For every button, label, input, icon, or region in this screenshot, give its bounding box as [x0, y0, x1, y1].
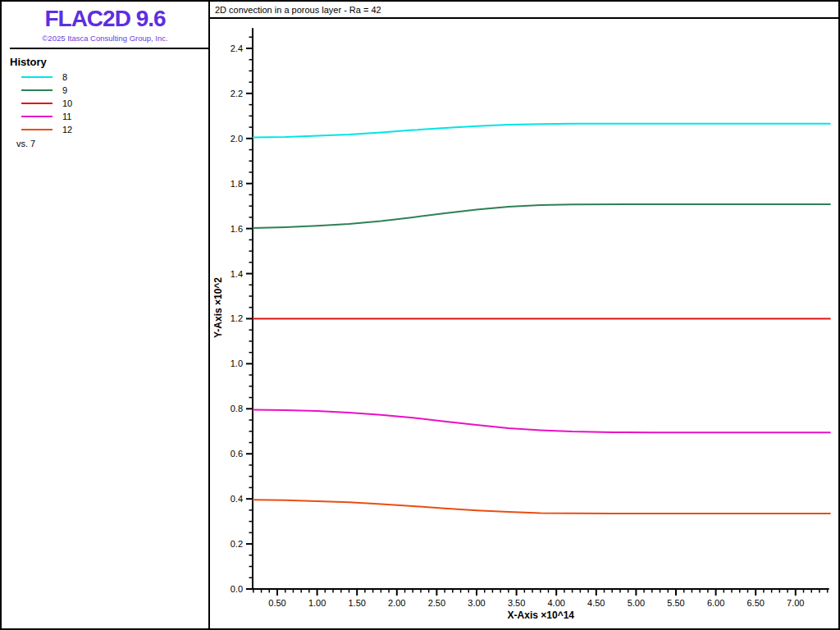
legend-swatch — [21, 76, 52, 78]
legend-label: 10 — [62, 98, 72, 108]
y-tick-label: 2.0 — [231, 134, 243, 144]
x-tick-label: 6.00 — [707, 598, 724, 608]
x-tick-label: 3.00 — [468, 598, 485, 608]
y-tick-label: 1.6 — [231, 224, 243, 234]
x-tick-label: 6.50 — [746, 598, 764, 608]
legend-label: 8 — [62, 72, 67, 82]
x-tick-label: 1.00 — [308, 598, 326, 608]
legend-swatch — [21, 89, 52, 91]
x-tick-label: 4.50 — [587, 598, 605, 608]
x-axis-title: X-Axis ×10^14 — [508, 609, 575, 621]
y-tick-label: 0.8 — [231, 404, 243, 413]
x-tick-label: 0.50 — [268, 598, 285, 608]
legend-label: 12 — [62, 125, 72, 135]
plot-area[interactable]: 0.00.20.40.60.81.01.21.41.61.82.02.22.40… — [210, 19, 838, 628]
x-tick-label: 2.00 — [388, 598, 405, 608]
legend-swatch — [21, 116, 52, 117]
legend-label: 11 — [62, 112, 71, 121]
y-tick-label: 0.0 — [231, 584, 243, 594]
legend-label: 9 — [62, 85, 67, 95]
series-line-12 — [253, 500, 831, 514]
legend-item: 11 — [2, 110, 208, 123]
app-window: FLAC2D 9.6 ©2025 Itasca Consulting Group… — [0, 0, 840, 630]
legend-item: 10 — [2, 97, 208, 110]
legend-item: 12 — [2, 123, 208, 136]
sidebar: FLAC2D 9.6 ©2025 Itasca Consulting Group… — [2, 2, 210, 628]
legend-swatch — [21, 103, 52, 104]
x-tick-label: 2.50 — [428, 598, 445, 608]
vs-label: vs. 7 — [16, 139, 208, 148]
x-tick-label: 3.50 — [508, 598, 525, 608]
y-tick-label: 1.4 — [231, 269, 243, 279]
x-tick-label: 1.50 — [348, 598, 365, 608]
copyright-text: ©2025 Itasca Consulting Group, Inc. — [2, 34, 208, 43]
y-tick-label: 2.2 — [231, 89, 243, 98]
app-logo: FLAC2D 9.6 — [2, 6, 208, 32]
y-tick-label: 1.2 — [231, 313, 243, 323]
y-tick-label: 2.4 — [231, 43, 243, 53]
sidebar-divider — [10, 48, 208, 49]
history-heading: History — [10, 56, 208, 68]
series-line-8 — [253, 124, 831, 138]
y-tick-label: 0.2 — [231, 539, 243, 549]
x-tick-label: 5.00 — [628, 598, 645, 608]
y-tick-label: 1.8 — [231, 179, 243, 189]
series-line-11 — [253, 409, 831, 432]
history-legend: 89101112 — [2, 71, 208, 136]
x-tick-label: 7.00 — [787, 598, 804, 608]
y-tick-label: 0.4 — [231, 494, 243, 504]
chart-panel: 2D convection in a porous layer - Ra = 4… — [210, 2, 838, 628]
y-axis-title: Y-Axis ×10^2 — [212, 277, 224, 338]
x-tick-label: 5.50 — [667, 598, 684, 608]
legend-swatch — [21, 129, 52, 130]
series-line-9 — [253, 204, 831, 228]
x-tick-label: 4.00 — [547, 598, 564, 608]
y-tick-label: 1.0 — [231, 358, 243, 368]
legend-item: 9 — [2, 84, 208, 97]
legend-item: 8 — [2, 71, 208, 84]
chart-title: 2D convection in a porous layer - Ra = 4… — [210, 2, 838, 19]
y-tick-label: 0.6 — [231, 449, 243, 459]
